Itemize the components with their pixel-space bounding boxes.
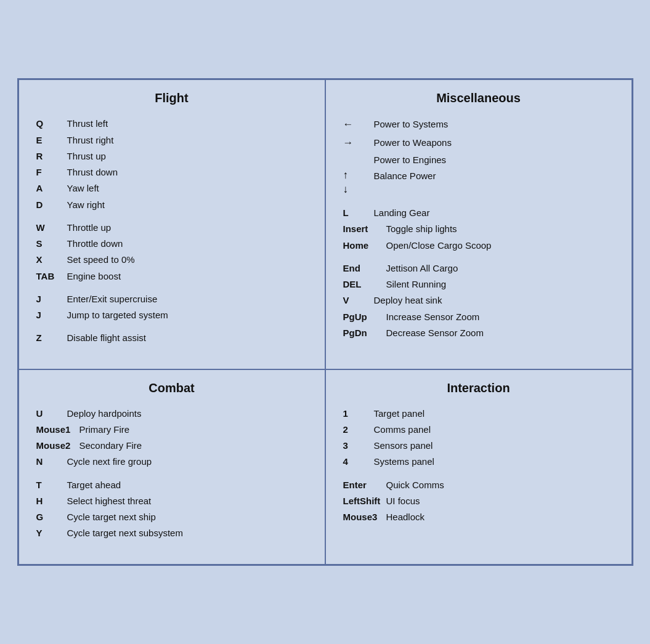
table-row: DEL Silent Running bbox=[343, 277, 614, 291]
table-row: S Throttle down bbox=[36, 236, 307, 251]
table-row: End Jettison All Cargo bbox=[343, 261, 614, 275]
table-row: 2 Comms panel bbox=[343, 422, 614, 437]
key-j-supercruise: J bbox=[36, 292, 67, 306]
action-engine-boost: Engine boost bbox=[67, 269, 121, 283]
action-secondary-fire: Secondary Fire bbox=[79, 438, 142, 453]
action-power-systems: Power to Systems bbox=[374, 117, 449, 131]
table-row: V Deploy heat sink bbox=[343, 293, 614, 307]
keybinds-grid: Flight Q Thrust left E Thrust right R Th… bbox=[18, 79, 632, 564]
action-ship-lights: Toggle ship lights bbox=[386, 222, 457, 236]
key-t: T bbox=[36, 478, 67, 492]
action-yaw-right: Yaw right bbox=[67, 198, 105, 212]
table-row: Mouse3 Headlock bbox=[343, 510, 614, 524]
table-row: D Yaw right bbox=[36, 198, 307, 212]
action-primary-fire: Primary Fire bbox=[79, 422, 130, 437]
table-row: TAB Engine boost bbox=[36, 269, 307, 283]
key-1: 1 bbox=[343, 406, 374, 421]
table-row: Power to Engines bbox=[343, 153, 614, 167]
combat-group-1: U Deploy hardpoints Mouse1 Primary Fire … bbox=[36, 406, 307, 469]
key-pgup: PgUp bbox=[343, 310, 386, 324]
table-row: R Thrust up bbox=[36, 149, 307, 163]
key-h: H bbox=[36, 494, 67, 508]
action-cycle-target-subsystem: Cycle target next subsystem bbox=[67, 526, 183, 540]
interaction-title: Interaction bbox=[343, 381, 614, 395]
action-throttle-up: Throttle up bbox=[67, 220, 112, 235]
key-u: U bbox=[36, 406, 67, 421]
key-mouse1: Mouse1 bbox=[36, 422, 79, 437]
table-row: PgUp Increase Sensor Zoom bbox=[343, 310, 614, 324]
table-row: T Target ahead bbox=[36, 478, 307, 492]
key-e: E bbox=[36, 133, 67, 147]
action-yaw-left: Yaw left bbox=[67, 181, 99, 195]
key-l: L bbox=[343, 206, 374, 220]
key-arrow-right: → bbox=[343, 135, 374, 151]
key-arrow-left: ← bbox=[343, 116, 374, 132]
table-row: G Cycle target next ship bbox=[36, 510, 307, 524]
key-mouse3: Mouse3 bbox=[343, 510, 386, 524]
table-row: Home Open/Close Cargo Scoop bbox=[343, 238, 614, 252]
key-mouse2: Mouse2 bbox=[36, 438, 79, 453]
table-row: 4 Systems panel bbox=[343, 454, 614, 469]
flight-group-3: J Enter/Exit supercruise J Jump to targe… bbox=[36, 292, 307, 323]
main-container: Flight Q Thrust left E Thrust right R Th… bbox=[17, 78, 633, 565]
action-throttle-down: Throttle down bbox=[67, 236, 123, 251]
key-f: F bbox=[36, 165, 67, 179]
key-x: X bbox=[36, 252, 67, 267]
table-row: Insert Toggle ship lights bbox=[343, 222, 614, 236]
key-r: R bbox=[36, 149, 67, 163]
table-row: → Power to Weapons bbox=[343, 135, 614, 151]
combat-title: Combat bbox=[36, 381, 307, 395]
action-sensors-panel: Sensors panel bbox=[374, 438, 433, 453]
table-row: H Select highest threat bbox=[36, 494, 307, 508]
action-cycle-fire-group: Cycle next fire group bbox=[67, 454, 152, 469]
combat-panel: Combat U Deploy hardpoints Mouse1 Primar… bbox=[18, 369, 325, 565]
key-j-jump: J bbox=[36, 308, 67, 322]
key-s: S bbox=[36, 236, 67, 251]
key-3: 3 bbox=[343, 438, 374, 453]
key-arrow-down: ↓ bbox=[343, 183, 374, 197]
action-jettison-cargo: Jettison All Cargo bbox=[386, 261, 458, 275]
table-row: Mouse1 Primary Fire bbox=[36, 422, 307, 437]
action-set-speed: Set speed to 0% bbox=[67, 252, 135, 267]
action-highest-threat: Select highest threat bbox=[67, 494, 152, 508]
table-row: J Enter/Exit supercruise bbox=[36, 292, 307, 306]
table-row: F Thrust down bbox=[36, 165, 307, 179]
combat-group-2: T Target ahead H Select highest threat G… bbox=[36, 478, 307, 541]
key-d: D bbox=[36, 198, 67, 212]
flight-title: Flight bbox=[36, 91, 307, 105]
action-power-engines: Power to Engines bbox=[374, 153, 447, 167]
action-supercruise: Enter/Exit supercruise bbox=[67, 292, 158, 306]
action-cycle-target-ship: Cycle target next ship bbox=[67, 510, 156, 524]
table-row: U Deploy hardpoints bbox=[36, 406, 307, 421]
table-row: X Set speed to 0% bbox=[36, 252, 307, 267]
interaction-group-2: Enter Quick Comms LeftShift UI focus Mou… bbox=[343, 478, 614, 525]
table-row: A Yaw left bbox=[36, 181, 307, 195]
action-systems-panel: Systems panel bbox=[374, 454, 434, 469]
key-leftshift: LeftShift bbox=[343, 494, 386, 508]
key-w: W bbox=[36, 220, 67, 235]
action-flight-assist: Disable flight assist bbox=[67, 331, 146, 345]
table-row: PgDn Decrease Sensor Zoom bbox=[343, 326, 614, 340]
key-pgdn: PgDn bbox=[343, 326, 386, 340]
table-row: J Jump to targeted system bbox=[36, 308, 307, 322]
key-end: End bbox=[343, 261, 386, 275]
key-q: Q bbox=[36, 116, 67, 131]
action-jump: Jump to targeted system bbox=[67, 308, 168, 322]
action-thrust-up: Thrust up bbox=[67, 149, 106, 163]
key-arrow-up: ↑ bbox=[343, 169, 374, 183]
key-4: 4 bbox=[343, 454, 374, 469]
table-row: Z Disable flight assist bbox=[36, 331, 307, 345]
table-row: 1 Target panel bbox=[343, 406, 614, 421]
flight-group-1: Q Thrust left E Thrust right R Thrust up… bbox=[36, 116, 307, 212]
key-g: G bbox=[36, 510, 67, 524]
key-n: N bbox=[36, 454, 67, 469]
interaction-panel: Interaction 1 Target panel 2 Comms panel… bbox=[325, 369, 632, 565]
table-row: E Thrust right bbox=[36, 133, 307, 147]
misc-group-3: End Jettison All Cargo DEL Silent Runnin… bbox=[343, 261, 614, 340]
key-a: A bbox=[36, 181, 67, 195]
table-row: W Throttle up bbox=[36, 220, 307, 235]
misc-title: Miscellaneous bbox=[343, 91, 614, 105]
action-target-panel: Target panel bbox=[374, 406, 425, 421]
action-silent-running: Silent Running bbox=[386, 277, 447, 291]
key-v: V bbox=[343, 293, 374, 307]
